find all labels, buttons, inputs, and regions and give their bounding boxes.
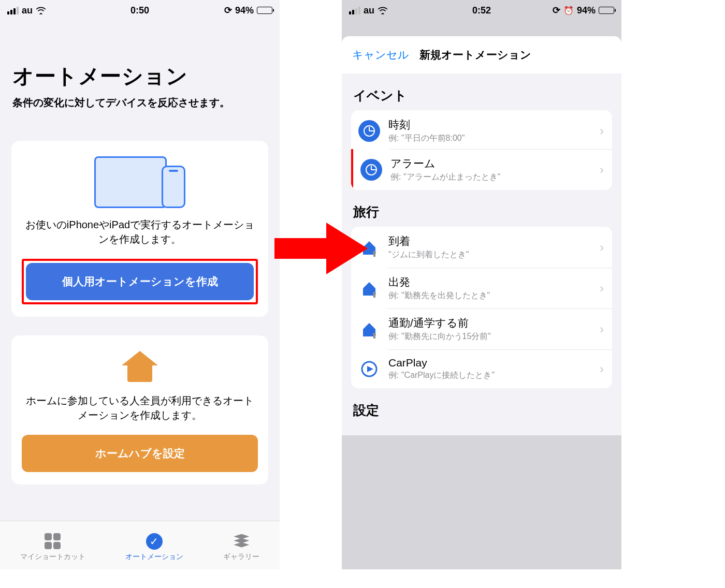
home-card-desc: ホームに参加している人全員が利用できるオートメーションを作成します。 <box>22 393 258 422</box>
svg-rect-2 <box>373 254 375 257</box>
row-title: 出発 <box>388 275 591 289</box>
travel-row-commute[interactable]: 通勤/通学する前 例: "勤務先に向かう15分前" › <box>351 308 612 349</box>
orientation-lock-icon: ⟳ <box>553 5 560 16</box>
svg-rect-4 <box>373 295 375 298</box>
row-subtitle: "ジムに到着したとき" <box>388 249 591 260</box>
carrier-label: au <box>22 5 33 16</box>
row-subtitle: 例: "勤務先を出発したとき" <box>388 290 591 301</box>
home-automation-card: ホームに参加している人全員が利用できるオートメーションを作成します。 ホームハブ… <box>11 335 268 484</box>
section-header-event: イベント <box>342 74 621 110</box>
svg-marker-8 <box>367 366 373 372</box>
grid-icon <box>44 533 62 550</box>
travel-row-carplay[interactable]: CarPlay 例: "CarPlayに接続したとき" › <box>351 349 612 388</box>
carplay-icon <box>358 358 380 380</box>
event-row-alarm[interactable]: アラーム 例: "アラームが止まったとき" › <box>351 149 612 190</box>
tab-label: ギャラリー <box>223 552 259 562</box>
create-personal-automation-button[interactable]: 個人用オートメーションを作成 <box>26 263 254 300</box>
row-title: アラーム <box>390 156 591 171</box>
cancel-button[interactable]: キャンセル <box>352 48 409 62</box>
section-header-travel: 旅行 <box>342 190 621 227</box>
travel-row-leave[interactable]: 出発 例: "勤務先を出発したとき" › <box>351 268 612 308</box>
page-title: オートメーション <box>0 21 280 96</box>
battery-icon <box>257 7 272 14</box>
signal-icon <box>349 7 360 14</box>
row-title: CarPlay <box>388 357 591 369</box>
tab-label: マイショートカット <box>20 552 85 562</box>
section-header-settings: 設定 <box>342 388 621 425</box>
modal-header: キャンセル 新規オートメーション <box>342 36 621 74</box>
chevron-right-icon: › <box>600 362 604 376</box>
wifi-icon <box>378 6 388 14</box>
battery-percent: 94% <box>577 5 596 16</box>
chevron-right-icon: › <box>600 124 604 138</box>
row-subtitle: 例: "平日の午前8:00" <box>388 133 591 144</box>
row-title: 時刻 <box>388 117 591 132</box>
arrow-icon <box>274 223 368 274</box>
screenshot-right: au 0:52 ⟳ ⏰ 94% キャンセル 新規オートメーション イベント 時刻 <box>342 0 621 569</box>
wifi-icon <box>36 6 46 14</box>
travel-row-arrive[interactable]: 到着 "ジムに到着したとき" › <box>351 227 612 268</box>
page-subtitle: 条件の変化に対してデバイスを反応させます。 <box>0 96 280 141</box>
orientation-lock-icon: ⟳ <box>224 5 232 16</box>
tab-label: オートメーション <box>125 552 183 562</box>
tab-automation[interactable]: ✓ オートメーション <box>125 533 183 562</box>
row-subtitle: 例: "CarPlayに接続したとき" <box>388 370 591 381</box>
status-bar: au 0:50 ⟳ 94% <box>0 0 280 21</box>
svg-rect-6 <box>373 335 375 339</box>
highlight-box: 個人用オートメーションを作成 <box>22 259 258 304</box>
row-title: 通勤/通学する前 <box>388 316 591 330</box>
devices-illustration-icon <box>22 156 258 208</box>
carrier-label: au <box>364 5 374 16</box>
row-subtitle: 例: "勤務先に向かう15分前" <box>388 331 591 342</box>
battery-percent: 94% <box>235 5 254 16</box>
travel-list: 到着 "ジムに到着したとき" › 出発 例: "勤務先を出発したとき" › <box>351 227 612 388</box>
modal-body[interactable]: イベント 時刻 例: "平日の午前8:00" › アラーム 例: "アラームが止… <box>342 74 621 435</box>
event-list: 時刻 例: "平日の午前8:00" › アラーム 例: "アラームが止まったとき… <box>351 110 612 190</box>
personal-automation-card: お使いのiPhoneやiPadで実行するオートメーションを作成します。 個人用オ… <box>11 141 268 317</box>
alarm-icon: ⏰ <box>563 6 574 16</box>
chevron-right-icon: › <box>600 322 604 336</box>
event-row-time[interactable]: 時刻 例: "平日の午前8:00" › <box>351 110 612 151</box>
tab-gallery[interactable]: ギャラリー <box>223 533 259 562</box>
stack-icon <box>233 533 250 550</box>
clock-icon <box>360 159 382 181</box>
status-time: 0:52 <box>472 5 491 16</box>
check-circle-icon: ✓ <box>146 533 163 550</box>
svg-marker-0 <box>274 223 368 274</box>
home-commute-icon <box>358 318 380 340</box>
modal-title: 新規オートメーション <box>419 48 531 62</box>
tab-my-shortcuts[interactable]: マイショートカット <box>20 533 85 562</box>
row-title: 到着 <box>388 234 591 248</box>
home-icon <box>122 351 158 382</box>
chevron-right-icon: › <box>600 240 604 255</box>
screenshot-left: au 0:50 ⟳ 94% オートメーション 条件の変化に対してデバイスを反応さ… <box>0 0 280 569</box>
home-leave-icon <box>358 277 380 299</box>
row-subtitle: 例: "アラームが止まったとき" <box>390 172 591 183</box>
tab-bar: マイショートカット ✓ オートメーション ギャラリー <box>0 521 280 569</box>
battery-icon <box>599 7 614 14</box>
chevron-right-icon: › <box>600 281 604 296</box>
clock-icon <box>358 120 380 142</box>
setup-home-hub-button[interactable]: ホームハブを設定 <box>22 435 258 472</box>
signal-icon <box>7 7 19 14</box>
personal-card-desc: お使いのiPhoneやiPadで実行するオートメーションを作成します。 <box>22 217 258 246</box>
status-bar: au 0:52 ⟳ ⏰ 94% <box>342 0 621 21</box>
chevron-right-icon: › <box>600 163 604 177</box>
status-time: 0:50 <box>130 5 149 16</box>
